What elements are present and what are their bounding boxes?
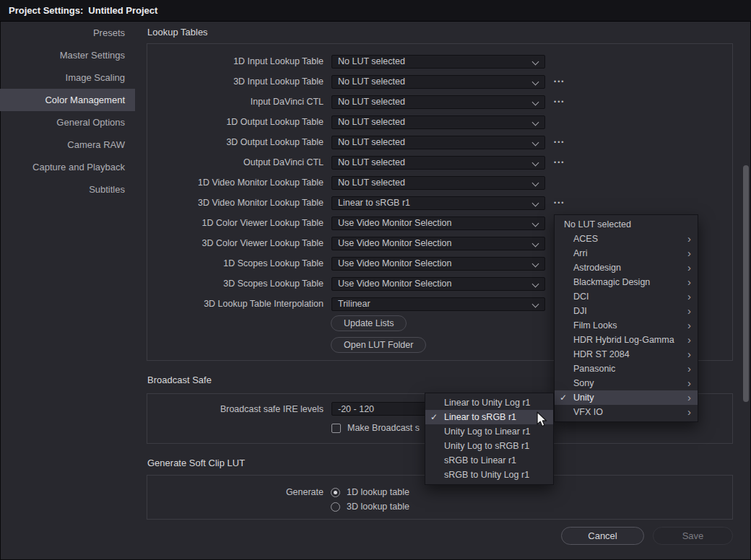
dropdown-1d-output-lut[interactable]: No LUT selected	[331, 115, 545, 129]
chevron-right-icon: ›	[687, 406, 691, 418]
menu-item-dji[interactable]: DJI ›	[555, 304, 698, 318]
menu-item-astrodesign[interactable]: Astrodesign ›	[555, 261, 698, 275]
lut-row-output-davinci-ctl: Output DaVinci CTL No LUT selected •••	[147, 152, 732, 172]
menu-item-vfx-io[interactable]: VFX IO ›	[555, 405, 698, 419]
submenu-item-label: Linear to sRGB r1	[444, 412, 516, 422]
open-lut-folder-button[interactable]: Open LUT Folder	[331, 337, 426, 353]
sidebar-item-general-options[interactable]: General Options	[0, 111, 135, 134]
dropdown-3d-input-lut[interactable]: No LUT selected	[331, 75, 545, 89]
make-broadcast-safe-checkbox[interactable]	[331, 424, 341, 433]
dropdown-value: Use Video Monitor Selection	[338, 218, 452, 228]
radio-1d-lookup-table[interactable]	[331, 488, 340, 497]
dropdown-value: Use Video Monitor Selection	[338, 279, 452, 289]
chevron-down-icon	[532, 159, 539, 166]
radio-3d-lookup-table[interactable]	[331, 502, 340, 512]
menu-item-sony[interactable]: Sony ›	[555, 376, 698, 390]
submenu-item-linear-to-srgb[interactable]: ✓ Linear to sRGB r1	[425, 410, 553, 424]
menu-item-label: Unity	[573, 393, 594, 403]
unity-submenu: Linear to Unity Log r1 ✓ Linear to sRGB …	[425, 393, 554, 485]
menu-item-dci[interactable]: DCI ›	[555, 289, 698, 304]
chevron-right-icon: ›	[687, 348, 691, 360]
sidebar-item-capture-and-playback[interactable]: Capture and Playback	[0, 156, 135, 178]
chevron-down-icon	[532, 219, 539, 227]
submenu-item-label: Unity Log to Linear r1	[444, 426, 531, 437]
menu-item-aces[interactable]: ACES ›	[555, 232, 698, 246]
dropdown-3d-scopes-lut[interactable]: Use Video Monitor Selection	[331, 277, 545, 291]
menu-item-label: ACES	[573, 234, 598, 244]
cancel-button[interactable]: Cancel	[561, 527, 644, 545]
chevron-right-icon: ›	[687, 319, 691, 331]
menu-item-label: No LUT selected	[564, 219, 631, 229]
submenu-item-srgb-to-linear[interactable]: sRGB to Linear r1	[425, 453, 553, 468]
sidebar-item-image-scaling[interactable]: Image Scaling	[0, 66, 135, 89]
chevron-right-icon: ›	[687, 247, 691, 259]
more-options-button[interactable]: •••	[554, 200, 565, 206]
dropdown-3d-lut-interpolation[interactable]: Trilinear	[331, 297, 545, 311]
sidebar-item-camera-raw[interactable]: Camera RAW	[0, 134, 135, 156]
menu-item-arri[interactable]: Arri ›	[555, 246, 698, 261]
row-label: 3D Scopes Lookup Table	[147, 279, 324, 289]
more-options-button[interactable]: •••	[554, 99, 565, 105]
menu-item-blackmagic-design[interactable]: Blackmagic Design ›	[555, 275, 698, 289]
sidebar-item-color-management[interactable]: Color Management	[0, 89, 135, 111]
row-label: 1D Input Lookup Table	[147, 56, 324, 66]
chevron-down-icon	[532, 58, 539, 65]
checkbox-label: Make Broadcast s	[347, 423, 420, 433]
chevron-right-icon: ›	[687, 377, 691, 389]
dropdown-value: No LUT selected	[338, 178, 405, 188]
submenu-item-linear-to-unity-log[interactable]: Linear to Unity Log r1	[425, 395, 553, 410]
sidebar-item-presets[interactable]: Presets	[0, 22, 135, 44]
chevron-down-icon	[532, 118, 539, 126]
row-label: Broadcast safe IRE levels	[147, 404, 324, 414]
soft-clip-heading: Generate Soft Clip LUT	[147, 458, 245, 468]
menu-item-label: HDR ST 2084	[573, 349, 630, 359]
sidebar-item-master-settings[interactable]: Master Settings	[0, 44, 135, 66]
chevron-down-icon	[532, 139, 539, 146]
chevron-down-icon	[532, 98, 539, 105]
more-options-button[interactable]: •••	[554, 79, 565, 85]
row-label: Output DaVinci CTL	[147, 157, 324, 167]
dropdown-3d-output-lut[interactable]: No LUT selected	[331, 136, 545, 149]
dropdown-value: -20 - 120	[338, 404, 374, 414]
dropdown-3d-video-monitor-lut[interactable]: Linear to sRGB r1	[331, 196, 545, 210]
vertical-scrollbar-thumb[interactable]	[743, 165, 749, 402]
dropdown-1d-scopes-lut[interactable]: Use Video Monitor Selection	[331, 257, 545, 271]
menu-item-panasonic[interactable]: Panasonic ›	[555, 362, 698, 376]
project-name: Untitled Project	[88, 5, 157, 16]
dropdown-1d-video-monitor-lut[interactable]: No LUT selected	[331, 176, 545, 190]
more-options-button[interactable]: •••	[554, 139, 565, 146]
chevron-down-icon	[532, 300, 539, 307]
chevron-right-icon: ›	[687, 391, 691, 403]
sidebar-item-subtitles[interactable]: Subtitles	[0, 178, 135, 201]
dropdown-input-davinci-ctl[interactable]: No LUT selected	[331, 95, 545, 109]
dropdown-1d-input-lut[interactable]: No LUT selected	[331, 55, 545, 69]
radio-row-1d: 1D lookup table	[331, 486, 409, 499]
radio-row-3d: 3D lookup table	[331, 500, 409, 513]
update-lists-button[interactable]: Update Lists	[331, 315, 407, 331]
menu-item-no-lut-selected[interactable]: No LUT selected	[555, 217, 698, 232]
dropdown-3d-color-viewer-lut[interactable]: Use Video Monitor Selection	[331, 237, 545, 250]
menu-item-film-looks[interactable]: Film Looks ›	[555, 318, 698, 333]
row-label: 3D Output Lookup Table	[147, 137, 324, 147]
settings-sidebar: Presets Master Settings Image Scaling Co…	[0, 22, 135, 560]
menu-item-label: Sony	[573, 378, 594, 388]
submenu-item-unity-log-to-linear[interactable]: Unity Log to Linear r1	[425, 424, 553, 439]
menu-item-label: Arri	[573, 248, 587, 258]
submenu-item-unity-log-to-srgb[interactable]: Unity Log to sRGB r1	[425, 439, 553, 453]
submenu-item-srgb-to-unity-log[interactable]: sRGB to Unity Log r1	[425, 468, 553, 482]
menu-item-unity[interactable]: ✓ Unity ›	[555, 390, 698, 405]
menu-item-label: DJI	[573, 306, 587, 316]
check-icon: ✓	[430, 412, 438, 422]
save-button[interactable]: Save	[653, 527, 733, 545]
menu-item-label: VFX IO	[573, 407, 603, 417]
menu-item-hdr-hybrid-log-gamma[interactable]: HDR Hybrid Log-Gamma ›	[555, 333, 698, 347]
submenu-item-label: sRGB to Linear r1	[444, 455, 516, 465]
dropdown-value: Use Video Monitor Selection	[338, 258, 452, 268]
chevron-down-icon	[532, 280, 539, 287]
dropdown-output-davinci-ctl[interactable]: No LUT selected	[331, 156, 545, 170]
row-label: 1D Color Viewer Lookup Table	[147, 218, 324, 228]
broadcast-safe-heading: Broadcast Safe	[147, 375, 212, 385]
dropdown-1d-color-viewer-lut[interactable]: Use Video Monitor Selection	[331, 216, 545, 230]
more-options-button[interactable]: •••	[554, 159, 565, 166]
menu-item-hdr-st-2084[interactable]: HDR ST 2084 ›	[555, 347, 698, 362]
